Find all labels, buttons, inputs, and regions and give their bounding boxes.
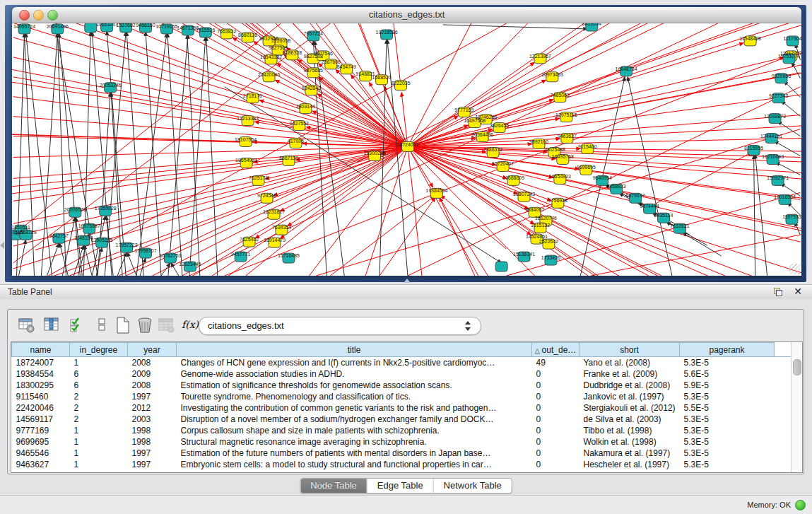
table-cell[interactable]: 1	[70, 425, 128, 436]
vertical-scrollbar[interactable]	[791, 342, 802, 472]
table-cell[interactable]: 0	[532, 459, 579, 470]
delete-table-button[interactable]	[136, 316, 154, 334]
table-cell[interactable]: 18300295	[12, 380, 70, 391]
table-row[interactable]: 969969511998Structural magnetic resonanc…	[12, 436, 792, 448]
table-cell[interactable]: Investigating the contribution of common…	[177, 402, 532, 414]
graph-node[interactable]	[85, 23, 97, 33]
column-header-short[interactable]: short	[579, 343, 680, 357]
table-cell[interactable]: 0	[532, 368, 579, 380]
table-cell[interactable]: 0	[532, 402, 579, 414]
table-cell[interactable]: Franke et al. (2009)	[579, 368, 680, 380]
table-cell[interactable]: 49	[532, 357, 579, 369]
collapse-panel-icon[interactable]	[0, 242, 4, 249]
new-document-button[interactable]	[114, 316, 132, 334]
table-cell[interactable]: 2008	[128, 357, 177, 369]
table-cell[interactable]: 0	[532, 425, 579, 436]
table-cell[interactable]: 1997	[128, 448, 177, 459]
function-builder-button[interactable]: f(x)	[182, 319, 200, 337]
table-cell[interactable]: 5.3E-5	[680, 391, 775, 402]
column-header-year[interactable]: year	[128, 343, 177, 357]
table-cell[interactable]: 2	[70, 414, 128, 425]
table-row[interactable]: 977716911998Corpus callosum shape and si…	[12, 425, 792, 436]
table-cell[interactable]: 2012	[128, 402, 177, 414]
table-cell[interactable]: 9777169	[12, 425, 70, 436]
table-cell[interactable]: 2	[70, 391, 128, 402]
table-cell[interactable]: 1998	[128, 425, 177, 436]
table-cell[interactable]: 19384554	[12, 368, 70, 380]
tab-network-table[interactable]: Network Table	[433, 479, 512, 493]
table-cell[interactable]: 5.3E-5	[680, 414, 775, 425]
table-cell[interactable]: 6	[70, 380, 128, 391]
table-row[interactable]: 1830029562008Estimation of significance …	[12, 380, 792, 391]
table-cell[interactable]: 5.5E-5	[680, 402, 775, 414]
table-cell[interactable]: 14569117	[12, 414, 70, 425]
table-cell[interactable]: Stergiakouli et al. (2012)	[579, 402, 680, 414]
table-cell[interactable]: 1	[70, 357, 128, 369]
table-row[interactable]: 1872400712008Changes of HCN gene express…	[12, 357, 792, 369]
table-settings-button[interactable]	[18, 316, 36, 334]
table-cell[interactable]: Changes of HCN gene expression and I(f) …	[177, 357, 532, 369]
table-cell[interactable]: Tibbo et al. (1998)	[579, 425, 680, 436]
table-cell[interactable]: Yano et al. (2008)	[579, 357, 680, 369]
table-cell[interactable]: 5.3E-5	[680, 425, 775, 436]
table-cell[interactable]: Disruption of a novel member of a sodium…	[177, 414, 532, 425]
table-cell[interactable]: Jankovic et al. (1997)	[579, 391, 680, 402]
table-cell[interactable]: 5.3E-5	[680, 436, 775, 448]
table-cell[interactable]: Tourette syndrome. Phenomenology and cla…	[177, 391, 532, 402]
table-cell[interactable]: 0	[532, 391, 579, 402]
column-header-in_degree[interactable]: in_degree	[70, 343, 128, 357]
table-cell[interactable]: 0	[532, 380, 579, 391]
tab-edge-table[interactable]: Edge Table	[367, 479, 433, 493]
graph-node[interactable]	[495, 262, 507, 271]
table-cell[interactable]: 9463627	[12, 459, 70, 470]
table-row[interactable]: 911546021997Tourette syndrome. Phenomeno…	[12, 391, 792, 402]
import-table-button[interactable]	[158, 316, 176, 334]
table-cell[interactable]: Estimation of the future numbers of pati…	[177, 448, 532, 459]
table-cell[interactable]: 5.3E-5	[680, 448, 775, 459]
show-columns-button[interactable]	[43, 316, 61, 334]
table-cell[interactable]: 1998	[128, 436, 177, 448]
network-view[interactable]: 1872400722260589827509165433828186328982…	[12, 23, 801, 276]
table-cell[interactable]: 9465546	[12, 448, 70, 459]
table-select-dropdown[interactable]: citations_edges.txt	[199, 317, 481, 335]
scrollbar-thumb[interactable]	[793, 359, 801, 375]
table-cell[interactable]: 5.3E-5	[680, 357, 775, 369]
table-cell[interactable]: 2003	[128, 414, 177, 425]
table-cell[interactable]: 18724007	[12, 357, 70, 369]
close-panel-icon[interactable]: ✕	[794, 286, 802, 297]
column-header-out_degree[interactable]: △out_de…	[532, 343, 579, 357]
table-cell[interactable]: 2	[70, 402, 128, 414]
table-cell[interactable]: 9115460	[12, 391, 70, 402]
table-cell[interactable]: Nakamura et al. (1997)	[579, 448, 680, 459]
tab-node-table[interactable]: Node Table	[300, 479, 367, 493]
table-cell[interactable]: Wolkin et al. (1998)	[579, 436, 680, 448]
row-height-button[interactable]	[93, 316, 111, 334]
table-row[interactable]: 946362711997Embryonic stem cells: a mode…	[12, 459, 792, 470]
table-cell[interactable]: 22420046	[12, 402, 70, 414]
table-cell[interactable]: 2009	[128, 368, 177, 380]
table-cell[interactable]: Structural magnetic resonance image aver…	[177, 436, 532, 448]
split-handle-icon[interactable]	[404, 279, 411, 283]
table-row[interactable]: 1938455462009Genome-wide association stu…	[12, 368, 792, 380]
table-cell[interactable]: Corpus callosum shape and size in male p…	[177, 425, 532, 436]
table-cell[interactable]: 0	[532, 436, 579, 448]
table-row[interactable]: 946554611997Estimation of the future num…	[12, 448, 792, 459]
table-cell[interactable]: 1	[70, 436, 128, 448]
table-cell[interactable]: Hescheler et al. (1997)	[579, 459, 680, 470]
table-cell[interactable]: 2008	[128, 380, 177, 391]
float-window-icon[interactable]	[774, 288, 782, 296]
window-titlebar[interactable]: citations_edges.txt	[12, 7, 801, 23]
table-cell[interactable]: Dudbridge et al. (2008)	[579, 380, 680, 391]
table-row[interactable]: 1456911722003Disruption of a novel membe…	[12, 414, 792, 425]
table-cell[interactable]: 5.6E-5	[680, 368, 775, 380]
resize-grip-icon[interactable]	[789, 264, 800, 274]
table-cell[interactable]: 1997	[128, 459, 177, 470]
table-cell[interactable]: 0	[532, 414, 579, 425]
table-cell[interactable]: Estimation of significance thresholds fo…	[177, 380, 532, 391]
table-cell[interactable]: 5.3E-5	[680, 459, 775, 470]
table-cell[interactable]: 1	[70, 459, 128, 470]
table-cell[interactable]: 6	[70, 368, 128, 380]
table-cell[interactable]: Genome-wide association studies in ADHD.	[177, 368, 532, 380]
table-cell[interactable]: Embryonic stem cells: a model to study s…	[177, 459, 532, 470]
table-cell[interactable]: de Silva et al. (2003)	[579, 414, 680, 425]
